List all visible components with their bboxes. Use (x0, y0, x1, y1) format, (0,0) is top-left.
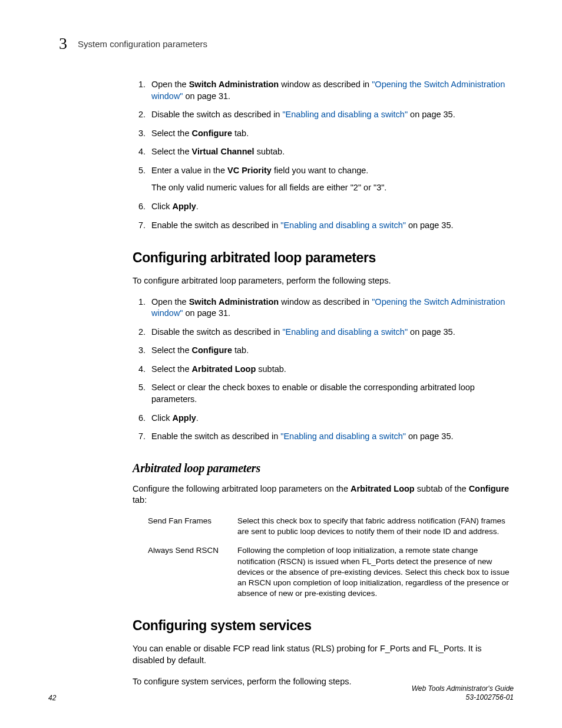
step-a5-sub: The only valid numeric values for all fi… (151, 182, 513, 194)
param-table: Send Fan Frames Select this check box to… (148, 516, 513, 599)
param-row-always-send-rscn: Always Send RSCN Following the completio… (148, 545, 513, 599)
step-a3: Select the Configure tab. (148, 128, 513, 140)
section-b-intro: To configure arbitrated loop parameters,… (133, 275, 513, 287)
link-enable-disable-switch[interactable]: "Enabling and disabling a switch" (280, 220, 406, 230)
link-enable-disable-switch[interactable]: "Enabling and disabling a switch" (282, 327, 408, 337)
param-name: Always Send RSCN (148, 545, 237, 599)
section-system-services: Configuring system services (133, 617, 513, 635)
step-b1: Open the Switch Administration window as… (148, 297, 513, 319)
header-title: System configuration parameters (78, 39, 207, 49)
param-desc: Following the completion of loop initial… (237, 545, 513, 599)
page-footer: 42 Web Tools Administrator's Guide 53-10… (48, 684, 514, 702)
param-desc: Select this check box to specify that fa… (237, 516, 513, 537)
step-b4: Select the Arbitrated Loop subtab. (148, 364, 513, 375)
page: 3 System configuration parameters Open t… (0, 0, 562, 728)
link-enable-disable-switch[interactable]: "Enabling and disabling a switch" (282, 110, 408, 119)
step-a7: Enable the switch as described in "Enabl… (148, 220, 513, 232)
subsection-b2-intro: Configure the following arbitrated loop … (133, 483, 513, 506)
section-arbitrated-loop: Configuring arbitrated loop parameters (133, 249, 513, 267)
step-b5: Select or clear the check boxes to enabl… (148, 382, 513, 405)
step-a2: Disable the switch as described in "Enab… (148, 109, 513, 121)
param-row-send-fan-frames: Send Fan Frames Select this check box to… (148, 516, 513, 537)
steps-list-a: Open the Switch Administration window as… (133, 79, 513, 231)
doc-number: 53-1002756-01 (412, 693, 514, 702)
step-a5: Enter a value in the VC Priority field y… (148, 165, 513, 194)
step-b7: Enable the switch as described in "Enabl… (148, 431, 513, 443)
step-a1: Open the Switch Administration window as… (148, 79, 513, 102)
chapter-number: 3 (59, 34, 67, 53)
section-c-para1: You can enable or disable FCP read link … (133, 643, 513, 666)
param-name: Send Fan Frames (148, 516, 237, 537)
subsection-arbitrated-loop-params: Arbitrated loop parameters (133, 460, 513, 476)
page-header: 3 System configuration parameters (59, 34, 515, 53)
steps-list-b: Open the Switch Administration window as… (133, 297, 513, 443)
page-body: Open the Switch Administration window as… (133, 79, 513, 697)
page-number: 42 (48, 694, 56, 702)
step-b6: Click Apply. (148, 413, 513, 424)
step-a6: Click Apply. (148, 201, 513, 213)
link-enable-disable-switch[interactable]: "Enabling and disabling a switch" (280, 431, 406, 441)
step-a4: Select the Virtual Channel subtab. (148, 146, 513, 158)
doc-title: Web Tools Administrator's Guide (412, 684, 514, 693)
step-b2: Disable the switch as described in "Enab… (148, 327, 513, 338)
doc-info: Web Tools Administrator's Guide 53-10027… (412, 684, 514, 702)
step-b3: Select the Configure tab. (148, 345, 513, 357)
